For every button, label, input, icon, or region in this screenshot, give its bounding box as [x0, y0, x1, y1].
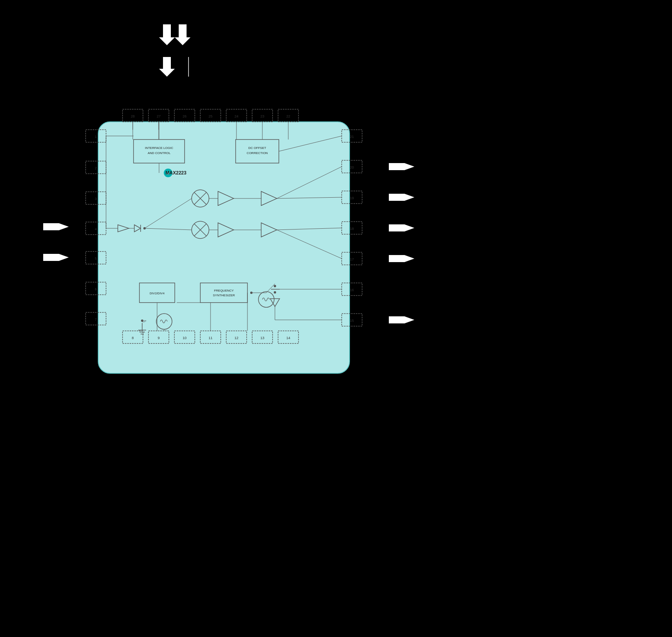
- main-diagram: 28 27 26 25 24 23 22 8 9 10 11 12 13 14 …: [0, 0, 672, 637]
- pin-2-label: 2: [95, 166, 97, 170]
- div-text: DIV2/DIV4: [150, 292, 165, 295]
- pin-23-label: 23: [260, 114, 264, 118]
- dc-offset-text-2: CORRECTION: [247, 151, 268, 155]
- pin-19-label: 19: [350, 196, 354, 200]
- pin-8-label: 8: [132, 336, 134, 340]
- interface-logic-text-1: INTERFACE LOGIC: [145, 146, 173, 150]
- pin-27-label: 27: [157, 114, 161, 118]
- pin-22-label: 22: [286, 114, 290, 118]
- pin-25-label: 25: [209, 114, 212, 118]
- pin-17-label: 17: [350, 257, 354, 261]
- pin-18-label: 18: [350, 227, 354, 231]
- div-dot-2: [274, 291, 276, 294]
- pin-7-label: 7: [95, 318, 97, 321]
- pin-21-label: 21: [350, 135, 354, 139]
- pin-28-label: 28: [131, 114, 135, 118]
- pin-13-label: 13: [260, 336, 264, 340]
- pin-3-label: 3: [95, 197, 97, 201]
- freq-synth-text-2: SYNTHESIZER: [213, 294, 235, 297]
- freq-synth-text-1: FREQUENCY: [214, 289, 234, 292]
- pin-6-label: 6: [95, 287, 97, 291]
- pin-14-label: 14: [286, 336, 290, 340]
- freq-synth-block: [200, 283, 247, 303]
- pin-10-label: 10: [183, 336, 187, 340]
- pin-1-label: 1: [95, 135, 97, 139]
- ground-dot: [141, 319, 143, 322]
- div-dot-1: [274, 285, 276, 287]
- pin-24-label: 24: [234, 114, 238, 118]
- dc-offset-text-1: DC OFFSET: [248, 146, 266, 150]
- pin-12-label: 12: [234, 336, 238, 340]
- pin-26-label: 26: [183, 114, 187, 118]
- pin-15-label: 15: [350, 319, 354, 323]
- pin-4-label: 4: [95, 227, 97, 231]
- pin-16-label: 16: [350, 288, 354, 292]
- maxim-logo-text: MAX2223: [165, 170, 187, 176]
- pin-5-label: 5: [95, 257, 97, 261]
- pin-20-label: 20: [350, 165, 354, 169]
- pin-9-label: 9: [157, 336, 159, 340]
- pin-11-label: 11: [209, 336, 212, 340]
- interface-logic-text-2: AND CONTROL: [148, 151, 171, 155]
